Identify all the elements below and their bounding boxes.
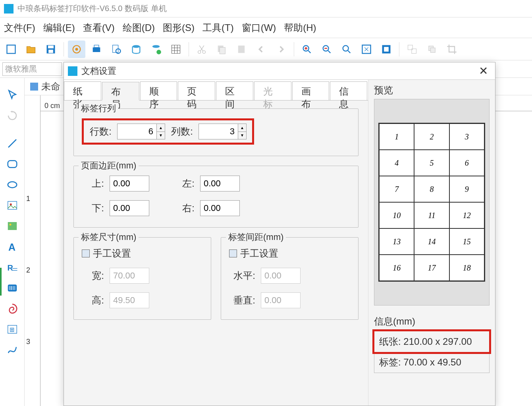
- line-tool[interactable]: [3, 134, 21, 153]
- app-title: 中琅条码标签打印软件-V6.5.0 数码版 单机: [17, 3, 167, 14]
- size-manual-label: 手工设置: [93, 247, 131, 260]
- menu-window[interactable]: 窗口(W): [242, 21, 276, 34]
- preview-button[interactable]: [108, 41, 125, 58]
- svg-rect-2: [48, 45, 54, 48]
- barcode-tool[interactable]: [3, 279, 21, 297]
- margin-top-input[interactable]: [110, 176, 149, 191]
- cut-button[interactable]: [193, 41, 210, 58]
- richtext-tool[interactable]: R: [3, 258, 21, 276]
- margin-left-label: 左:: [172, 177, 195, 190]
- tab-cursor[interactable]: 光标: [254, 81, 291, 100]
- rounded-rect-tool[interactable]: [3, 155, 21, 173]
- rowscols-fieldset: 标签行列 行数: ▲▼ 列数: ▲▼: [73, 108, 359, 156]
- gap-fieldset: 标签间距(mm) 手工设置 水平: 垂直:: [221, 237, 359, 320]
- rows-input[interactable]: [117, 124, 157, 139]
- rows-label: 行数:: [89, 125, 112, 138]
- menubar: 文件(F) 编辑(E) 查看(V) 绘图(D) 图形(S) 工具(T) 窗口(W…: [0, 17, 532, 38]
- grid-button[interactable]: [167, 41, 185, 58]
- menu-help[interactable]: 帮助(H): [284, 21, 316, 34]
- database-button[interactable]: [127, 41, 145, 58]
- svg-rect-32: [8, 222, 17, 230]
- select-tool[interactable]: [3, 86, 21, 104]
- ruler-v-2: 2: [26, 266, 30, 275]
- preview-cell: 8: [414, 176, 449, 202]
- database-add-button[interactable]: [147, 41, 165, 58]
- info-label: 标签: 70.00 x 49.50: [374, 352, 489, 373]
- gap-manual-checkbox[interactable]: 手工设置: [229, 247, 350, 260]
- ruler-vertical: 1 2 3: [25, 95, 40, 406]
- tab-order[interactable]: 顺序: [140, 81, 177, 100]
- svg-text:⊞: ⊞: [9, 326, 14, 333]
- new-button[interactable]: [2, 41, 20, 58]
- save-button[interactable]: [42, 41, 60, 58]
- margin-left-input[interactable]: [200, 176, 240, 191]
- gap-h-label: 水平:: [229, 269, 255, 282]
- ruler-v-1: 1: [26, 195, 30, 203]
- redo-button[interactable]: [272, 41, 290, 58]
- copy-button[interactable]: [213, 41, 230, 58]
- margin-bottom-input[interactable]: [110, 200, 149, 216]
- svg-rect-16: [220, 47, 225, 54]
- size-fieldset: 标签尺寸(mm) 手工设置 宽: 高:: [73, 237, 211, 320]
- preview-cell: 7: [379, 176, 414, 202]
- print-button[interactable]: [88, 41, 105, 58]
- preview-cell: 6: [449, 150, 484, 176]
- cols-spinner[interactable]: ▲▼: [238, 124, 247, 139]
- dialog-title: 文档设置: [81, 65, 476, 77]
- titlebar: 中琅条码标签打印软件-V6.5.0 数码版 单机: [0, 0, 532, 17]
- image-tool[interactable]: [3, 196, 21, 215]
- menu-edit[interactable]: 编辑(E): [43, 21, 75, 34]
- qrcode-tool[interactable]: [3, 300, 21, 318]
- table-tool[interactable]: ⊞: [3, 320, 21, 338]
- svg-rect-7: [94, 45, 99, 47]
- menu-shape[interactable]: 图形(S): [163, 21, 195, 34]
- preview-cell: 17: [414, 255, 449, 281]
- margin-right-input[interactable]: [200, 200, 240, 216]
- settings-button[interactable]: [68, 41, 85, 58]
- picture-tool[interactable]: [3, 217, 21, 235]
- text-tool[interactable]: A: [3, 238, 21, 256]
- undo-button[interactable]: [253, 41, 270, 58]
- svg-rect-23: [384, 47, 389, 52]
- curve-tool[interactable]: [3, 341, 21, 359]
- fit-width-button[interactable]: [378, 41, 395, 58]
- open-button[interactable]: [22, 41, 40, 58]
- preview-page: 1 2 3 4 5 6 7 8 9 10 11 12 13 14: [378, 123, 485, 282]
- tab-canvas[interactable]: 画布: [292, 81, 330, 100]
- zoom-out-button[interactable]: [318, 41, 335, 58]
- width-input: [110, 268, 149, 284]
- font-name-input[interactable]: 微软雅黑: [2, 62, 62, 76]
- close-button[interactable]: ✕: [476, 64, 491, 77]
- ellipse-tool[interactable]: [3, 176, 21, 194]
- fit-screen-button[interactable]: [358, 41, 375, 58]
- tab-paper[interactable]: 纸张: [64, 81, 101, 100]
- svg-point-33: [9, 224, 11, 226]
- cols-input[interactable]: [199, 124, 238, 139]
- rowscols-legend: 标签行列: [79, 102, 118, 114]
- tab-info[interactable]: 信息: [330, 81, 367, 100]
- group-button[interactable]: [403, 41, 421, 58]
- svg-point-11: [152, 45, 160, 48]
- rowscols-highlight: 行数: ▲▼ 列数: ▲▼: [82, 118, 254, 145]
- size-manual-checkbox[interactable]: 手工设置: [82, 247, 203, 260]
- rotate-tool[interactable]: [3, 106, 21, 125]
- tab-page[interactable]: 页码: [178, 81, 215, 100]
- ruler-v-3: 3: [26, 338, 30, 346]
- width-label: 宽:: [82, 269, 104, 282]
- svg-rect-6: [93, 47, 100, 52]
- crop-button[interactable]: [443, 41, 461, 58]
- gap-v-label: 垂直:: [229, 294, 255, 307]
- menu-draw[interactable]: 绘图(D): [123, 21, 155, 34]
- ungroup-button[interactable]: [423, 41, 441, 58]
- menu-tool[interactable]: 工具(T): [202, 21, 234, 34]
- tab-layout[interactable]: 布局: [102, 82, 139, 101]
- menu-view[interactable]: 查看(V): [83, 21, 115, 34]
- tab-range[interactable]: 区间: [216, 81, 253, 100]
- paste-button[interactable]: [233, 41, 250, 58]
- preview-box: 1 2 3 4 5 6 7 8 9 10 11 12 13 14: [374, 99, 490, 305]
- menu-file[interactable]: 文件(F): [4, 21, 35, 34]
- preview-cell: 3: [449, 124, 484, 150]
- rows-spinner[interactable]: ▲▼: [157, 124, 165, 139]
- zoom-in-button[interactable]: [298, 41, 316, 58]
- zoom-fit-button[interactable]: [338, 41, 355, 58]
